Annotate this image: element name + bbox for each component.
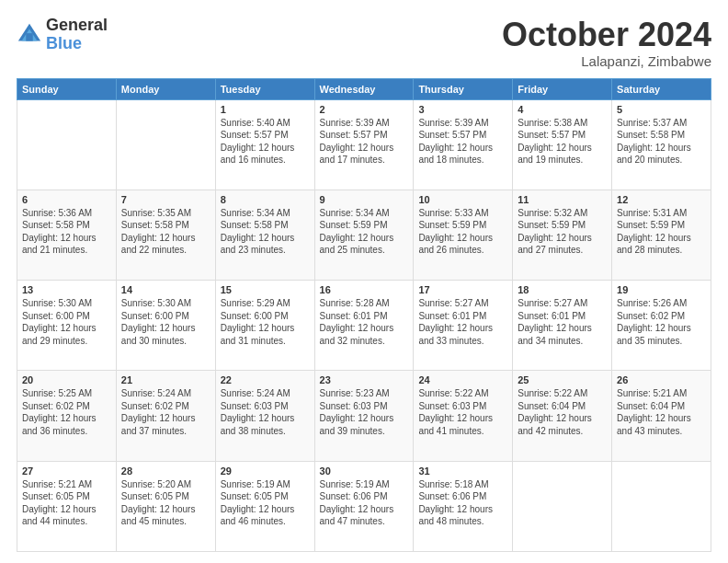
day-info: Sunrise: 5:26 AM Sunset: 6:02 PM Dayligh… xyxy=(617,297,706,347)
week-row-4: 20Sunrise: 5:25 AM Sunset: 6:02 PM Dayli… xyxy=(17,371,711,461)
day-cell-28: 28Sunrise: 5:20 AM Sunset: 6:05 PM Dayli… xyxy=(116,461,215,551)
day-cell-9: 9Sunrise: 5:34 AM Sunset: 5:59 PM Daylig… xyxy=(314,190,414,280)
day-number: 23 xyxy=(320,374,409,385)
weekday-header-sunday: Sunday xyxy=(17,78,117,99)
day-info: Sunrise: 5:32 AM Sunset: 5:59 PM Dayligh… xyxy=(518,207,607,257)
weekday-header-wednesday: Wednesday xyxy=(314,78,414,99)
day-info: Sunrise: 5:24 AM Sunset: 6:02 PM Dayligh… xyxy=(121,387,210,437)
day-number: 30 xyxy=(320,465,409,477)
day-info: Sunrise: 5:18 AM Sunset: 6:06 PM Dayligh… xyxy=(418,478,507,528)
day-info: Sunrise: 5:27 AM Sunset: 6:01 PM Dayligh… xyxy=(418,297,507,347)
day-cell-6: 6Sunrise: 5:36 AM Sunset: 5:58 PM Daylig… xyxy=(17,190,117,280)
location: Lalapanzi, Zimbabwe xyxy=(502,53,711,69)
day-number: 10 xyxy=(418,194,507,205)
day-number: 17 xyxy=(418,284,507,295)
day-number: 7 xyxy=(121,194,210,205)
day-cell-4: 4Sunrise: 5:38 AM Sunset: 5:57 PM Daylig… xyxy=(513,99,612,190)
day-number: 2 xyxy=(320,104,409,115)
day-info: Sunrise: 5:39 AM Sunset: 5:57 PM Dayligh… xyxy=(418,117,507,167)
day-info: Sunrise: 5:35 AM Sunset: 5:58 PM Dayligh… xyxy=(121,207,210,257)
day-info: Sunrise: 5:22 AM Sunset: 6:04 PM Dayligh… xyxy=(518,387,607,437)
weekday-header-row: SundayMondayTuesdayWednesdayThursdayFrid… xyxy=(17,78,711,99)
day-info: Sunrise: 5:21 AM Sunset: 6:04 PM Dayligh… xyxy=(617,387,706,437)
day-cell-11: 11Sunrise: 5:32 AM Sunset: 5:59 PM Dayli… xyxy=(513,190,612,280)
week-row-5: 27Sunrise: 5:21 AM Sunset: 6:05 PM Dayli… xyxy=(17,461,711,551)
day-cell-7: 7Sunrise: 5:35 AM Sunset: 5:58 PM Daylig… xyxy=(116,190,215,280)
day-cell-8: 8Sunrise: 5:34 AM Sunset: 5:58 PM Daylig… xyxy=(215,190,314,280)
day-number: 26 xyxy=(617,374,706,385)
day-info: Sunrise: 5:27 AM Sunset: 6:01 PM Dayligh… xyxy=(518,297,607,347)
day-info: Sunrise: 5:23 AM Sunset: 6:03 PM Dayligh… xyxy=(320,387,409,437)
day-number: 21 xyxy=(121,374,210,385)
day-cell-24: 24Sunrise: 5:22 AM Sunset: 6:03 PM Dayli… xyxy=(414,371,513,461)
day-number: 13 xyxy=(22,284,111,295)
day-info: Sunrise: 5:29 AM Sunset: 6:00 PM Dayligh… xyxy=(221,297,310,347)
day-info: Sunrise: 5:31 AM Sunset: 5:59 PM Dayligh… xyxy=(617,207,706,257)
title-block: October 2024 Lalapanzi, Zimbabwe xyxy=(502,17,711,69)
month-title: October 2024 xyxy=(502,17,711,53)
day-number: 24 xyxy=(418,374,507,385)
week-row-1: 1Sunrise: 5:40 AM Sunset: 5:57 PM Daylig… xyxy=(17,99,711,190)
day-number: 19 xyxy=(617,284,706,295)
day-info: Sunrise: 5:33 AM Sunset: 5:59 PM Dayligh… xyxy=(418,207,507,257)
day-number: 27 xyxy=(22,465,111,477)
day-info: Sunrise: 5:28 AM Sunset: 6:01 PM Dayligh… xyxy=(320,297,409,347)
day-cell-19: 19Sunrise: 5:26 AM Sunset: 6:02 PM Dayli… xyxy=(612,281,711,371)
day-info: Sunrise: 5:19 AM Sunset: 6:06 PM Dayligh… xyxy=(320,478,409,528)
weekday-header-tuesday: Tuesday xyxy=(215,78,314,99)
day-number: 1 xyxy=(221,104,310,115)
day-number: 14 xyxy=(121,284,210,295)
weekday-header-friday: Friday xyxy=(513,78,612,99)
day-info: Sunrise: 5:34 AM Sunset: 5:58 PM Dayligh… xyxy=(221,207,310,257)
day-info: Sunrise: 5:20 AM Sunset: 6:05 PM Dayligh… xyxy=(121,478,210,528)
day-cell-16: 16Sunrise: 5:28 AM Sunset: 6:01 PM Dayli… xyxy=(314,281,414,371)
day-cell-2: 2Sunrise: 5:39 AM Sunset: 5:57 PM Daylig… xyxy=(314,99,414,190)
day-info: Sunrise: 5:25 AM Sunset: 6:02 PM Dayligh… xyxy=(22,387,111,437)
header: General Blue October 2024 Lalapanzi, Zim… xyxy=(17,17,711,69)
day-cell-12: 12Sunrise: 5:31 AM Sunset: 5:59 PM Dayli… xyxy=(612,190,711,280)
day-info: Sunrise: 5:24 AM Sunset: 6:03 PM Dayligh… xyxy=(221,387,310,437)
day-number: 5 xyxy=(617,104,706,115)
page: General Blue October 2024 Lalapanzi, Zim… xyxy=(0,0,728,563)
day-number: 29 xyxy=(221,465,310,477)
day-number: 6 xyxy=(22,194,111,205)
day-number: 9 xyxy=(320,194,409,205)
calendar: SundayMondayTuesdayWednesdayThursdayFrid… xyxy=(17,78,711,552)
weekday-header-thursday: Thursday xyxy=(414,78,513,99)
day-cell-20: 20Sunrise: 5:25 AM Sunset: 6:02 PM Dayli… xyxy=(17,371,117,461)
logo: General Blue xyxy=(17,17,108,53)
day-cell-14: 14Sunrise: 5:30 AM Sunset: 6:00 PM Dayli… xyxy=(116,281,215,371)
day-cell-31: 31Sunrise: 5:18 AM Sunset: 6:06 PM Dayli… xyxy=(414,461,513,551)
day-info: Sunrise: 5:22 AM Sunset: 6:03 PM Dayligh… xyxy=(418,387,507,437)
day-number: 20 xyxy=(22,374,111,385)
day-info: Sunrise: 5:40 AM Sunset: 5:57 PM Dayligh… xyxy=(221,117,310,167)
day-number: 8 xyxy=(221,194,310,205)
day-number: 25 xyxy=(518,374,607,385)
day-info: Sunrise: 5:36 AM Sunset: 5:58 PM Dayligh… xyxy=(22,207,111,257)
day-cell-26: 26Sunrise: 5:21 AM Sunset: 6:04 PM Dayli… xyxy=(612,371,711,461)
logo-text: General Blue xyxy=(46,17,108,53)
day-cell-23: 23Sunrise: 5:23 AM Sunset: 6:03 PM Dayli… xyxy=(314,371,414,461)
day-info: Sunrise: 5:39 AM Sunset: 5:57 PM Dayligh… xyxy=(320,117,409,167)
day-number: 3 xyxy=(418,104,507,115)
day-number: 15 xyxy=(221,284,310,295)
day-cell-5: 5Sunrise: 5:37 AM Sunset: 5:58 PM Daylig… xyxy=(612,99,711,190)
day-cell-15: 15Sunrise: 5:29 AM Sunset: 6:00 PM Dayli… xyxy=(215,281,314,371)
day-info: Sunrise: 5:21 AM Sunset: 6:05 PM Dayligh… xyxy=(22,478,111,528)
week-row-3: 13Sunrise: 5:30 AM Sunset: 6:00 PM Dayli… xyxy=(17,281,711,371)
day-number: 16 xyxy=(320,284,409,295)
day-info: Sunrise: 5:34 AM Sunset: 5:59 PM Dayligh… xyxy=(320,207,409,257)
day-info: Sunrise: 5:19 AM Sunset: 6:05 PM Dayligh… xyxy=(221,478,310,528)
day-info: Sunrise: 5:38 AM Sunset: 5:57 PM Dayligh… xyxy=(518,117,607,167)
day-cell-18: 18Sunrise: 5:27 AM Sunset: 6:01 PM Dayli… xyxy=(513,281,612,371)
day-number: 12 xyxy=(617,194,706,205)
empty-cell xyxy=(116,99,215,190)
day-cell-1: 1Sunrise: 5:40 AM Sunset: 5:57 PM Daylig… xyxy=(215,99,314,190)
day-cell-27: 27Sunrise: 5:21 AM Sunset: 6:05 PM Dayli… xyxy=(17,461,117,551)
empty-cell xyxy=(17,99,117,190)
weekday-header-monday: Monday xyxy=(116,78,215,99)
day-number: 18 xyxy=(518,284,607,295)
day-number: 28 xyxy=(121,465,210,477)
day-cell-10: 10Sunrise: 5:33 AM Sunset: 5:59 PM Dayli… xyxy=(414,190,513,280)
day-cell-29: 29Sunrise: 5:19 AM Sunset: 6:05 PM Dayli… xyxy=(215,461,314,551)
